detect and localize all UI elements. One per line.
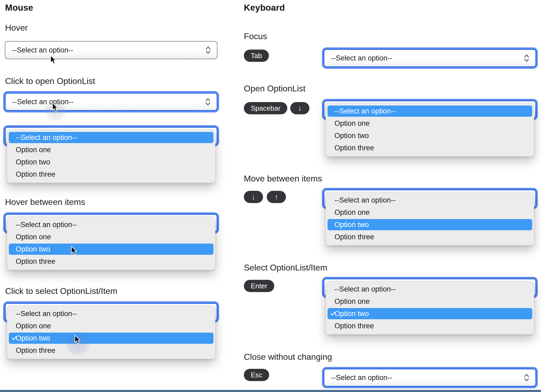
key-badge-arrow-up: ↑ [267, 191, 286, 203]
hover-between-items-label: Hover between items [5, 197, 85, 207]
close-select[interactable]: --Select an option-- [324, 369, 536, 387]
option-item-option-one[interactable]: Option one [7, 320, 215, 332]
mouse-cursor-icon [49, 55, 56, 65]
option-item-select-placeholder[interactable]: --Select an option-- [328, 106, 532, 117]
chevron-up-down-icon [523, 373, 530, 382]
key-badge-arrow-down: ↓ [290, 102, 309, 114]
click-to-select-optionlist: --Select an option-- Option one Option t… [7, 306, 215, 359]
mouse-cursor-icon [70, 246, 77, 256]
keyboard-heading: Keyboard [244, 3, 285, 13]
key-badge-tab: Tab [244, 50, 269, 62]
hover-select-value: --Select an option-- [12, 46, 73, 54]
close-without-changing-label: Close without changing [244, 352, 332, 362]
option-item-option-two[interactable]: Option two [7, 156, 215, 168]
focus-select[interactable]: --Select an option-- [324, 49, 536, 67]
mouse-cursor-icon [51, 102, 58, 112]
click-to-open-label: Click to open OptionList [5, 76, 95, 86]
option-item-option-three[interactable]: Option three [7, 344, 215, 357]
option-item-option-three[interactable]: Option three [7, 255, 215, 268]
checkmark-icon [11, 335, 17, 341]
move-items-listbox: --Select an option-- Option one Option t… [326, 192, 534, 245]
chevron-up-down-icon [523, 54, 530, 63]
move-between-items-label: Move between items [244, 174, 322, 184]
hover-items-optionlist: --Select an option-- Option one Option t… [7, 217, 215, 270]
option-item-option-one[interactable]: Option one [326, 206, 534, 219]
open-optionlist-listbox: --Select an option-- Option one Option t… [326, 103, 534, 156]
click-to-open-optionlist: --Select an option-- Option one Option t… [7, 130, 215, 183]
hover-label: Hover [5, 23, 28, 33]
close-select-value: --Select an option-- [331, 374, 392, 382]
option-item-option-one[interactable]: Option one [326, 295, 534, 308]
option-item-option-three[interactable]: Option three [326, 142, 534, 154]
option-item-option-one[interactable]: Option one [7, 144, 215, 156]
option-item-select-placeholder[interactable]: --Select an option-- [326, 283, 534, 295]
bottom-section-divider [0, 390, 541, 392]
select-optionlist-item-label: Select OptionList/Item [244, 263, 327, 273]
option-item-option-three[interactable]: Option three [326, 231, 534, 243]
option-item-option-one[interactable]: Option one [7, 231, 215, 243]
option-item-option-three[interactable]: Option three [7, 168, 215, 180]
option-item-option-two[interactable]: Option two [326, 130, 534, 142]
hover-select[interactable]: --Select an option-- [5, 41, 217, 59]
option-item-option-three[interactable]: Option three [326, 320, 534, 332]
open-optionlist-label: Open OptionList [244, 84, 305, 94]
select-item-listbox: --Select an option-- Option one Option t… [326, 281, 534, 334]
chevron-up-down-icon [204, 97, 211, 106]
checkmark-icon [330, 310, 336, 317]
option-item-select-placeholder[interactable]: --Select an option-- [7, 219, 215, 231]
option-item-option-two-active[interactable]: Option two [328, 219, 532, 230]
click-to-open-select[interactable]: --Select an option-- [5, 93, 217, 111]
optionlist-interaction-demo: Mouse Hover --Select an option-- Click t… [0, 0, 541, 392]
key-badge-esc: Esc [244, 369, 269, 381]
option-item-option-two-hovered[interactable]: Option two [9, 244, 213, 255]
option-item-select-placeholder[interactable]: --Select an option-- [9, 132, 213, 143]
key-badge-arrow-down: ↓ [244, 191, 263, 203]
key-badge-spacebar: Spacebar [244, 102, 287, 114]
click-to-select-label: Click to select OptionList/Item [5, 286, 117, 296]
mouse-heading: Mouse [5, 3, 33, 13]
chevron-up-down-icon [205, 46, 212, 55]
focus-label: Focus [244, 31, 267, 41]
focus-select-value: --Select an option-- [331, 54, 392, 62]
option-item-option-two-selected[interactable]: Option two [9, 333, 213, 344]
option-item-option-one[interactable]: Option one [326, 117, 534, 130]
mouse-cursor-icon [74, 335, 80, 345]
key-badge-enter: Enter [244, 280, 274, 292]
option-item-select-placeholder[interactable]: --Select an option-- [7, 308, 215, 320]
option-item-option-two-selected[interactable]: Option two [328, 308, 532, 319]
option-item-select-placeholder[interactable]: --Select an option-- [326, 194, 534, 206]
